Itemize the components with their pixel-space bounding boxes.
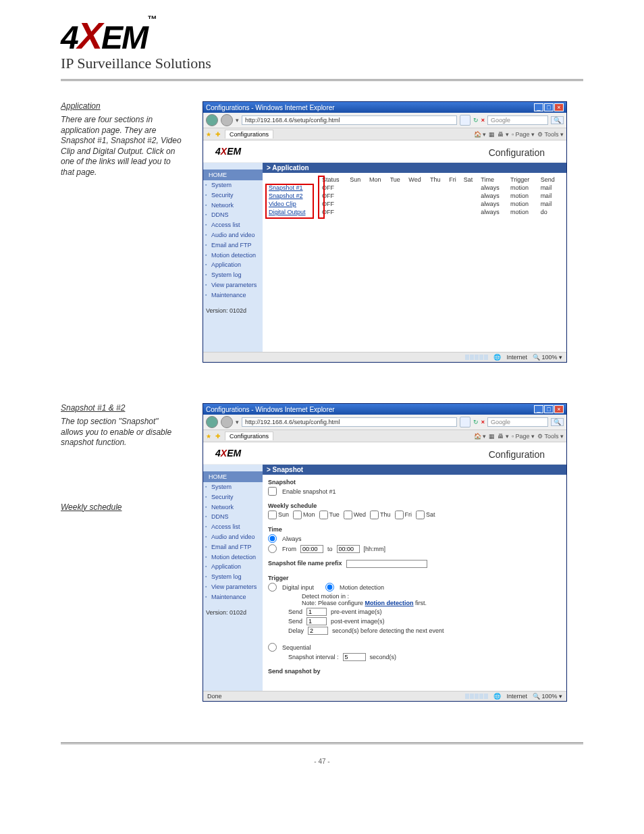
sidebar-item[interactable]: Application xyxy=(203,562,263,572)
from-label: From xyxy=(282,546,296,552)
sidebar-item[interactable]: Maintenance xyxy=(203,592,263,602)
sidebar-item[interactable]: Email and FTP xyxy=(203,240,263,251)
sidebar-item[interactable]: View parameters xyxy=(203,582,263,592)
sidebar-item[interactable]: DDNS xyxy=(203,210,263,220)
search-icon[interactable]: 🔍 xyxy=(551,418,564,426)
sidebar-item[interactable]: System log xyxy=(203,572,263,582)
search-box[interactable]: Google xyxy=(487,115,548,125)
to-input[interactable] xyxy=(337,545,360,553)
sidebar-item[interactable]: View parameters xyxy=(203,280,263,290)
day-checkbox[interactable] xyxy=(293,511,302,519)
home-icon[interactable]: 🏠 ▾ xyxy=(474,433,487,440)
delay-label: Delay xyxy=(288,627,304,634)
refresh-icon[interactable]: ↻ xyxy=(473,419,479,425)
sidebar-item[interactable]: Audio and video xyxy=(203,230,263,240)
time-always-radio[interactable] xyxy=(268,534,277,543)
url-bar[interactable]: http://192.168.4.6/setup/config.html xyxy=(242,417,457,427)
day-checkbox[interactable] xyxy=(416,511,425,519)
table-header: Trigger xyxy=(508,176,539,184)
post-event-label: post-event image(s) xyxy=(331,618,385,625)
window-title: Configurations - Windows Internet Explor… xyxy=(206,104,335,111)
sidebar-item[interactable]: Audio and video xyxy=(203,532,263,542)
sidebar-item[interactable]: Network xyxy=(203,201,263,211)
home-icon[interactable]: 🏠 ▾ xyxy=(474,131,487,138)
sidebar-item[interactable]: DDNS xyxy=(203,512,263,522)
sidebar-home[interactable]: HOME xyxy=(203,471,263,482)
page-menu[interactable]: ▫ Page ▾ xyxy=(512,433,535,440)
sidebar-item[interactable]: Security xyxy=(203,190,263,201)
stop-icon[interactable]: × xyxy=(481,117,485,124)
add-favorite-icon[interactable]: ✚ xyxy=(215,433,221,440)
sidebar-item[interactable]: Motion detection xyxy=(203,552,263,563)
back-button[interactable] xyxy=(206,114,218,126)
window-maximize-icon[interactable]: □ xyxy=(544,103,554,111)
day-checkbox[interactable] xyxy=(370,511,379,519)
tools-menu[interactable]: ⚙ Tools ▾ xyxy=(537,131,564,138)
zoom-icon[interactable]: 🔍 100% ▾ xyxy=(533,354,562,361)
favorites-icon[interactable]: ★ xyxy=(206,433,211,440)
zoom-icon[interactable]: 🔍 100% ▾ xyxy=(533,693,562,700)
from-input[interactable] xyxy=(300,545,323,553)
enable-snapshot-checkbox[interactable] xyxy=(268,487,277,496)
window-close-icon[interactable]: × xyxy=(554,405,564,413)
url-bar[interactable]: http://192.168.4.6/setup/config.html xyxy=(242,115,457,125)
sidebar-home[interactable]: HOME xyxy=(203,170,263,180)
stop-icon[interactable]: × xyxy=(481,419,485,425)
section-paragraph-2: The top section "Snapshot" allows you to… xyxy=(61,417,182,448)
day-checkbox[interactable] xyxy=(268,511,277,519)
sidebar-item[interactable]: Access list xyxy=(203,220,263,230)
logo-em: EM xyxy=(101,20,147,55)
tools-menu[interactable]: ⚙ Tools ▾ xyxy=(537,433,564,440)
window-minimize-icon[interactable]: _ xyxy=(534,103,543,111)
window-maximize-icon[interactable]: □ xyxy=(544,405,554,413)
search-icon[interactable]: 🔍 xyxy=(551,116,564,124)
feeds-icon[interactable]: ▦ xyxy=(489,131,495,138)
back-button[interactable] xyxy=(206,416,218,428)
globe-icon: 🌐 xyxy=(493,693,501,700)
search-box[interactable]: Google xyxy=(487,417,548,427)
print-icon[interactable]: 🖶 ▾ xyxy=(498,433,509,440)
motion-detection-link[interactable]: Motion detection xyxy=(365,600,414,606)
sidebar-item[interactable]: Motion detection xyxy=(203,251,263,261)
sequential-radio[interactable] xyxy=(268,643,277,652)
content-logo: 4XEM xyxy=(211,446,245,460)
send-cell: do xyxy=(539,208,562,216)
trigger-digital-radio[interactable] xyxy=(268,583,277,592)
sidebar-item[interactable]: System xyxy=(203,482,263,492)
prefix-title: Snapshot file name prefix xyxy=(268,560,342,567)
sidebar-item[interactable]: System xyxy=(203,180,263,190)
print-icon[interactable]: 🖶 ▾ xyxy=(498,131,509,138)
browser-tab[interactable]: Configurations xyxy=(225,130,273,138)
sidebar-item[interactable]: Application xyxy=(203,260,263,270)
trigger-motion-radio[interactable] xyxy=(325,583,334,592)
sidebar-item[interactable]: Security xyxy=(203,492,263,502)
sidebar-item[interactable]: Maintenance xyxy=(203,290,263,301)
go-button[interactable] xyxy=(460,417,471,427)
window-minimize-icon[interactable]: _ xyxy=(534,405,543,413)
favorites-icon[interactable]: ★ xyxy=(206,131,211,138)
browser-tab[interactable]: Configurations xyxy=(225,432,273,440)
day-label: Mon xyxy=(303,511,315,518)
prefix-input[interactable] xyxy=(346,560,427,568)
page-menu[interactable]: ▫ Page ▾ xyxy=(512,131,535,138)
seconds-label: second(s) xyxy=(370,654,397,660)
window-close-icon[interactable]: × xyxy=(554,103,564,111)
sidebar-item[interactable]: Email and FTP xyxy=(203,542,263,552)
sidebar-item[interactable]: Access list xyxy=(203,522,263,532)
pre-event-input[interactable] xyxy=(306,608,327,616)
delay-input[interactable] xyxy=(308,627,328,635)
day-checkbox[interactable] xyxy=(319,511,328,519)
forward-button[interactable] xyxy=(221,416,233,428)
feeds-icon[interactable]: ▦ xyxy=(489,433,495,440)
time-range-radio[interactable] xyxy=(268,544,277,553)
post-event-input[interactable] xyxy=(306,617,327,625)
day-checkbox[interactable] xyxy=(395,511,404,519)
sidebar-item[interactable]: Network xyxy=(203,502,263,513)
interval-input[interactable] xyxy=(343,653,366,661)
day-checkbox[interactable] xyxy=(344,511,352,519)
refresh-icon[interactable]: ↻ xyxy=(473,117,479,124)
add-favorite-icon[interactable]: ✚ xyxy=(215,131,221,138)
go-button[interactable] xyxy=(460,115,471,126)
sidebar-item[interactable]: System log xyxy=(203,270,263,280)
forward-button[interactable] xyxy=(221,114,233,126)
